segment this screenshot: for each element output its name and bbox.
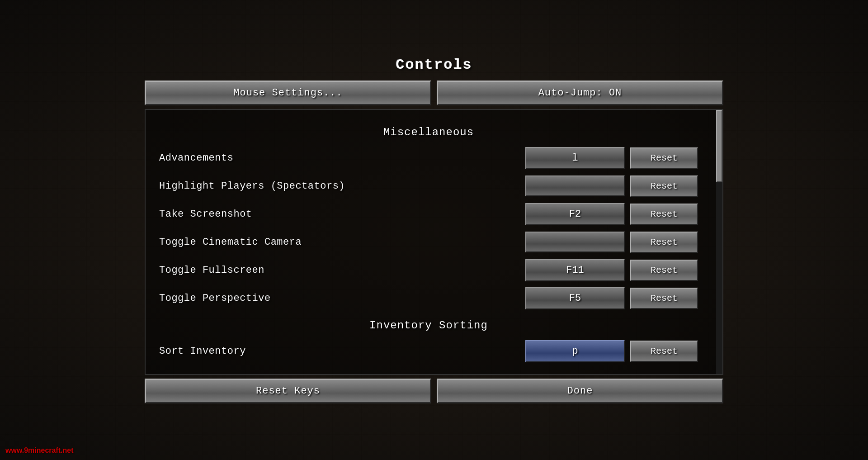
- main-container: Controls Mouse Settings... Auto-Jump: ON…: [145, 57, 723, 403]
- section-title-miscellaneous: Miscellaneous: [155, 126, 703, 138]
- keybind-row-take-screenshot: Take Screenshot F2 Reset: [155, 200, 703, 228]
- scrollbar[interactable]: [716, 110, 722, 374]
- reset-button-cinematic-camera[interactable]: Reset: [630, 232, 698, 253]
- keybind-row-advancements: Advancements l Reset: [155, 144, 703, 172]
- reset-button-sort-inventory[interactable]: Reset: [630, 341, 698, 362]
- keybind-key-advancements[interactable]: l: [525, 147, 625, 169]
- page-title: Controls: [396, 57, 472, 73]
- keybind-label-sort-inventory: Sort Inventory: [159, 346, 525, 357]
- keybind-key-fullscreen[interactable]: F11: [525, 259, 625, 281]
- keybind-label-fullscreen: Toggle Fullscreen: [159, 265, 525, 276]
- reset-button-take-screenshot[interactable]: Reset: [630, 204, 698, 225]
- keybind-key-highlight-players[interactable]: [525, 175, 625, 196]
- keybindings-panel: Miscellaneous Advancements l Reset Highl…: [145, 109, 723, 375]
- auto-jump-button[interactable]: Auto-Jump: ON: [437, 81, 723, 105]
- keybind-label-perspective: Toggle Perspective: [159, 293, 525, 304]
- keybind-label-advancements: Advancements: [159, 152, 525, 164]
- bottom-buttons-row: Reset Keys Done: [145, 379, 723, 403]
- reset-button-advancements[interactable]: Reset: [630, 147, 698, 169]
- scrollbar-thumb[interactable]: [716, 110, 722, 182]
- section-title-inventory-sorting: Inventory Sorting: [155, 319, 703, 332]
- keybind-row-sort-inventory: Sort Inventory p Reset: [155, 337, 703, 365]
- reset-button-highlight-players[interactable]: Reset: [630, 175, 698, 197]
- keybind-label-take-screenshot: Take Screenshot: [159, 209, 525, 220]
- mouse-settings-button[interactable]: Mouse Settings...: [145, 81, 431, 105]
- reset-button-perspective[interactable]: Reset: [630, 288, 698, 309]
- keybind-key-sort-inventory[interactable]: p: [525, 340, 625, 362]
- keybind-key-perspective[interactable]: F5: [525, 287, 625, 309]
- keybind-row-perspective: Toggle Perspective F5 Reset: [155, 284, 703, 312]
- keybind-row-fullscreen: Toggle Fullscreen F11 Reset: [155, 256, 703, 284]
- scroll-content: Miscellaneous Advancements l Reset Highl…: [146, 110, 716, 374]
- keybind-key-take-screenshot[interactable]: F2: [525, 203, 625, 225]
- keybind-row-cinematic-camera: Toggle Cinematic Camera Reset: [155, 228, 703, 256]
- watermark: www.9minecraft.net: [5, 446, 74, 455]
- done-button[interactable]: Done: [437, 379, 723, 403]
- keybind-key-cinematic-camera[interactable]: [525, 232, 625, 252]
- keybind-row-highlight-players: Highlight Players (Spectators) Reset: [155, 172, 703, 200]
- keybind-label-cinematic-camera: Toggle Cinematic Camera: [159, 237, 525, 248]
- reset-keys-button[interactable]: Reset Keys: [145, 379, 431, 403]
- reset-button-fullscreen[interactable]: Reset: [630, 260, 698, 281]
- keybind-label-highlight-players: Highlight Players (Spectators): [159, 180, 525, 192]
- top-buttons-row: Mouse Settings... Auto-Jump: ON: [145, 81, 723, 105]
